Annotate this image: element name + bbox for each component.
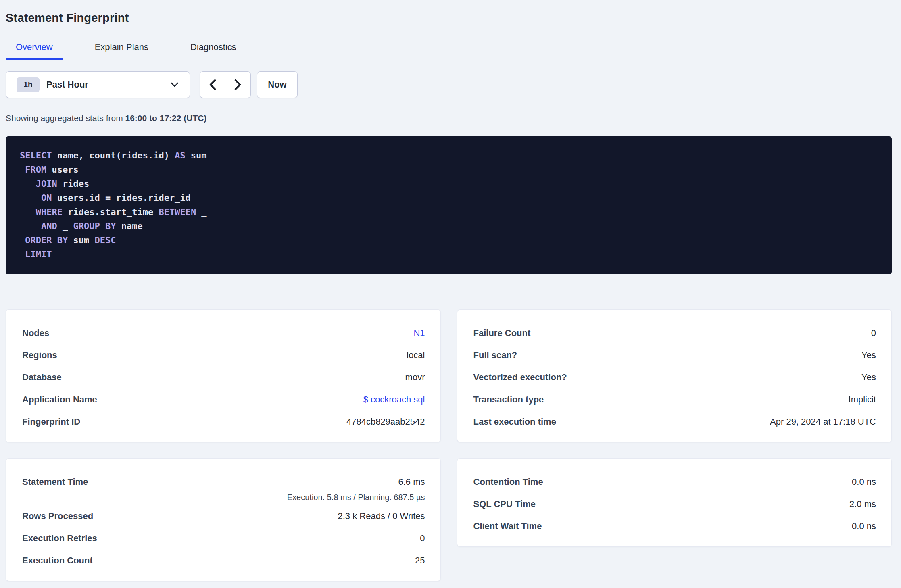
stat-value: Implicit xyxy=(849,394,876,405)
stat-value: Apr 29, 2024 at 17:18 UTC xyxy=(770,417,876,427)
tab-overview[interactable]: Overview xyxy=(6,42,63,60)
time-range-arrows xyxy=(200,71,251,98)
stat-label: Full scan? xyxy=(473,350,517,361)
stat-row: Fingerprint ID4784cb829aab2542 xyxy=(22,411,425,433)
stat-value: 0.0 ns xyxy=(852,521,876,532)
stat-row: Last execution timeApr 29, 2024 at 17:18… xyxy=(473,411,876,433)
stat-value: 6.6 ms xyxy=(398,477,425,487)
stat-value: 0.0 ns xyxy=(852,477,876,487)
stat-row: Rows Processed2.3 k Reads / 0 Writes xyxy=(22,505,425,527)
stat-value: 2.3 k Reads / 0 Writes xyxy=(338,511,425,521)
tab-explain-plans[interactable]: Explain Plans xyxy=(85,42,159,60)
stat-label: Transaction type xyxy=(473,394,544,405)
stat-value-link[interactable]: $ cockroach sql xyxy=(363,394,425,405)
wait-times-card: Contention Time0.0 nsSQL CPU Time2.0 msC… xyxy=(457,458,892,547)
sql-line: LIMIT _ xyxy=(20,247,878,261)
sql-line: JOIN rides xyxy=(20,177,878,191)
stat-value: 25 xyxy=(415,555,425,566)
execution-attributes-card: Failure Count0Full scan?YesVectorized ex… xyxy=(457,309,892,442)
interval-label: Past Hour xyxy=(46,79,88,90)
time-interval-picker[interactable]: 1h Past Hour xyxy=(6,71,190,98)
stat-row: Contention Time0.0 ns xyxy=(473,471,876,493)
sql-line: ON users.id = rides.rider_id xyxy=(20,191,878,205)
stat-row: Regionslocal xyxy=(22,344,425,366)
stat-label: Application Name xyxy=(22,394,97,405)
stat-label: Client Wait Time xyxy=(473,521,542,532)
stat-label: Execution Count xyxy=(22,555,93,566)
stat-row: Transaction typeImplicit xyxy=(473,388,876,411)
statement-details-card: NodesN1RegionslocalDatabasemovrApplicati… xyxy=(6,309,441,442)
stat-label: Rows Processed xyxy=(22,511,93,521)
chevron-left-icon xyxy=(209,79,217,90)
sql-line: SELECT name, count(rides.id) AS sum xyxy=(20,148,878,163)
tabs: OverviewExplain PlansDiagnostics xyxy=(6,42,901,60)
stat-label: Execution Retries xyxy=(22,533,97,544)
stat-row: Statement Time6.6 ms xyxy=(22,471,425,493)
stat-row: Full scan?Yes xyxy=(473,344,876,366)
stat-value: movr xyxy=(405,372,425,383)
previous-interval-button[interactable] xyxy=(200,72,225,98)
stat-label: Database xyxy=(22,372,62,383)
stat-label: Fingerprint ID xyxy=(22,417,80,427)
stat-value: local xyxy=(407,350,425,361)
sql-statement: SELECT name, count(rides.id) AS sum FROM… xyxy=(20,148,878,261)
timing-cards-row: Statement Time6.6 msExecution: 5.8 ms / … xyxy=(6,458,892,581)
stat-label: Statement Time xyxy=(22,477,88,487)
stat-label: Nodes xyxy=(22,328,49,338)
sql-line: FROM users xyxy=(20,163,878,177)
stat-label: Contention Time xyxy=(473,477,543,487)
stat-subvalue: Execution: 5.8 ms / Planning: 687.5 µs xyxy=(22,493,425,505)
stat-row: Client Wait Time0.0 ns xyxy=(473,515,876,537)
now-button[interactable]: Now xyxy=(257,71,298,98)
stats-caption-prefix: Showing aggregated stats from xyxy=(6,113,125,123)
stat-row: Execution Retries0 xyxy=(22,527,425,549)
sql-line: WHERE rides.start_time BETWEEN _ xyxy=(20,205,878,219)
stat-row: Execution Count25 xyxy=(22,549,425,571)
stat-value: 0 xyxy=(420,533,425,544)
stat-value: Yes xyxy=(861,372,876,383)
stat-row: Vectorized execution?Yes xyxy=(473,366,876,388)
sql-line: ORDER BY sum DESC xyxy=(20,233,878,247)
next-interval-button[interactable] xyxy=(225,72,250,98)
stat-value: 0 xyxy=(871,328,876,338)
stat-value: 4784cb829aab2542 xyxy=(346,417,425,427)
sql-line: AND _ GROUP BY name xyxy=(20,219,878,233)
stat-label: Failure Count xyxy=(473,328,531,338)
stat-value-link[interactable]: N1 xyxy=(413,328,425,338)
stat-label: Vectorized execution? xyxy=(473,372,567,383)
time-controls: 1h Past Hour xyxy=(6,71,892,98)
stat-row: SQL CPU Time2.0 ms xyxy=(473,493,876,515)
stats-caption: Showing aggregated stats from 16:00 to 1… xyxy=(6,113,892,124)
chevron-right-icon xyxy=(234,79,242,90)
statement-times-card: Statement Time6.6 msExecution: 5.8 ms / … xyxy=(6,458,441,581)
stat-label: Last execution time xyxy=(473,417,556,427)
page-title: Statement Fingerprint xyxy=(6,10,892,25)
stat-row: Application Name$ cockroach sql xyxy=(22,388,425,411)
tab-diagnostics[interactable]: Diagnostics xyxy=(180,42,246,60)
overview-cards-row: NodesN1RegionslocalDatabasemovrApplicati… xyxy=(6,309,892,442)
stats-caption-range: 16:00 to 17:22 (UTC) xyxy=(125,113,207,123)
stat-row: Databasemovr xyxy=(22,366,425,388)
stat-row: Failure Count0 xyxy=(473,322,876,344)
chevron-down-icon xyxy=(170,82,179,88)
stat-value: Yes xyxy=(861,350,876,361)
stat-label: Regions xyxy=(22,350,57,361)
interval-badge: 1h xyxy=(17,77,40,92)
stat-value: 2.0 ms xyxy=(849,499,876,509)
stat-label: SQL CPU Time xyxy=(473,499,536,509)
page: Statement Fingerprint OverviewExplain Pl… xyxy=(0,10,901,581)
stat-row: NodesN1 xyxy=(22,322,425,344)
sql-statement-box: SELECT name, count(rides.id) AS sum FROM… xyxy=(6,136,892,274)
